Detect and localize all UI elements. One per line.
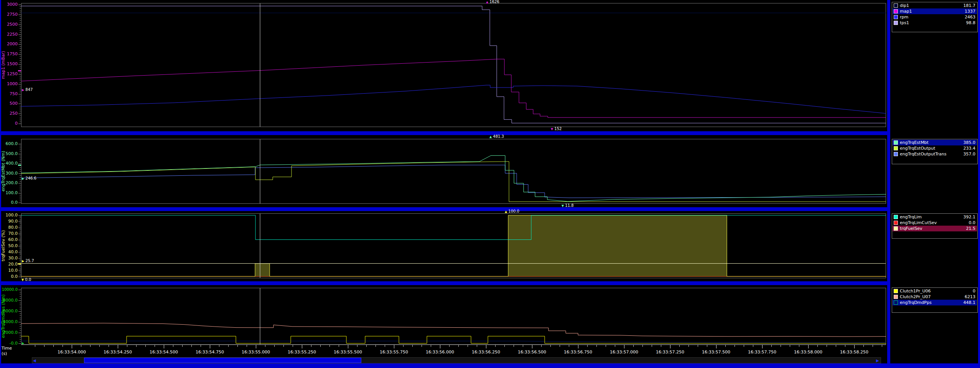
signal-row-trqFuelSev[interactable]: trqFuelSev21.5 (893, 226, 977, 231)
signal-name: Clutch1Pr_U06 (900, 289, 931, 294)
signal-name: tps1 (900, 20, 909, 25)
time-tick-label: 16:33:55.000 (233, 350, 279, 355)
signal-color-swatch (894, 221, 898, 225)
time-minor-tick (698, 345, 698, 347)
engTrqEstMbt-plot-area[interactable] (21, 139, 886, 204)
map1-plot-area[interactable] (21, 3, 886, 127)
signal-row-engTrqDmdPps[interactable]: engTrqDmdPps448.1 (893, 300, 977, 305)
rpm-trace (21, 85, 886, 114)
time-minor-tick (35, 345, 35, 347)
time-minor-tick (109, 345, 109, 347)
y-major-tick (18, 258, 21, 259)
time-minor-tick (431, 345, 431, 347)
marker-value: 1626 (488, 0, 499, 4)
y-major-tick (18, 333, 21, 333)
signal-row-engTrqLimCutSev[interactable]: engTrqLimCutSev0.0 (893, 220, 977, 226)
y-major-tick (18, 25, 21, 25)
signal-row-Clutch1Pr_U06[interactable]: Clutch1Pr_U060 (893, 288, 977, 294)
y-major-tick (18, 221, 21, 222)
engTrqEstMbt-min-marker[interactable]: ▼ 11.8 (562, 204, 574, 208)
tps1-trace (21, 6, 886, 123)
window-bottom-border (0, 363, 980, 368)
trqFuelSev-min-marker[interactable]: ▼ 0.0 (21, 278, 31, 282)
y-tick-label: 200.0 (0, 181, 18, 185)
signal-row-engTrqEstOutput[interactable]: engTrqEstOutput233.4 (893, 145, 977, 151)
time-minor-tick (735, 345, 735, 347)
signal-name: Clutch2Pr_U07 (900, 294, 931, 299)
scrollbar-left-arrow-icon[interactable]: ◀ (33, 358, 36, 363)
trqFuelSev-plot-area[interactable] (21, 213, 886, 278)
time-minor-tick (550, 345, 551, 347)
engTrqDmdPps-trace (21, 341, 886, 343)
engTrqDmdPps-plot-area[interactable] (21, 288, 886, 345)
map1-min-marker[interactable]: ▼ 152 (551, 127, 562, 131)
time-tick-label: 16:33:56.250 (463, 350, 509, 355)
signal-row-tps1[interactable]: tps198.8 (893, 20, 977, 26)
y-major-tick (18, 215, 21, 216)
trqFuelSev-max-marker[interactable]: ▲ 100.0 (505, 210, 519, 213)
signal-color-swatch (894, 226, 898, 231)
y-major-tick (18, 64, 21, 64)
y-major-tick (18, 44, 21, 45)
signal-row-engTrqEstMbt[interactable]: engTrqEstMbt385.0 (893, 140, 977, 145)
map1-max-marker[interactable]: ▲ 1626 (486, 0, 499, 4)
time-minor-tick (320, 345, 321, 347)
signal-row-engTrqEstOutputTrans[interactable]: engTrqEstOutputTrans357.0 (893, 151, 977, 157)
signal-color-swatch (894, 140, 898, 145)
map1-level-marker[interactable]: ▶ 847 (22, 88, 33, 92)
signal-name: engTrqLimCutSev (900, 220, 937, 225)
time-minor-tick (237, 345, 238, 347)
time-minor-tick (191, 345, 192, 347)
scrollbar-right-arrow-icon[interactable]: ▶ (876, 358, 879, 363)
signal-row-engTrqLim[interactable]: engTrqLim392.1 (893, 214, 977, 220)
plot-border (21, 214, 886, 278)
time-minor-tick (449, 345, 450, 347)
time-minor-tick (376, 345, 376, 347)
time-minor-tick (99, 345, 100, 347)
trqFuelSev-value-tick (18, 263, 21, 264)
time-minor-tick (329, 345, 330, 347)
time-major-tick (532, 345, 532, 348)
time-minor-tick (247, 345, 247, 347)
y-tick-label: 8000.0 (0, 298, 18, 303)
y-major-tick (18, 322, 21, 322)
signal-color-swatch (894, 9, 898, 13)
signal-name: engTrqEstOutputTrans (900, 152, 946, 157)
signal-name: engTrqDmdPps (900, 300, 932, 305)
time-minor-tick (642, 345, 643, 347)
engTrqEstMbt-max-marker[interactable]: ▲ 481.3 (489, 135, 504, 139)
y-major-tick (18, 234, 21, 234)
time-minor-tick (293, 345, 293, 347)
y-tick-label: 500 (0, 101, 18, 106)
signal-name: engTrqEstMbt (900, 140, 929, 145)
signal-cursor-value: 6213 (965, 294, 975, 299)
y-tick-label: 10000.0 (0, 287, 18, 292)
time-tick-label: 16:33:57.000 (601, 350, 647, 355)
signal-row-rpm[interactable]: rpm2463 (893, 14, 977, 20)
trqFuelSev-level-marker[interactable]: ▶ 25.7 (22, 259, 34, 263)
y-tick-label: 80.0 (0, 225, 18, 230)
time-minor-tick (753, 345, 753, 347)
time-minor-tick (311, 345, 311, 347)
signal-color-swatch (894, 21, 898, 25)
y-major-tick (18, 84, 21, 84)
time-minor-tick (514, 345, 514, 347)
signal-row-dip1[interactable]: dip1181.7 (893, 3, 977, 8)
time-minor-tick (495, 345, 496, 347)
marker-value: 0.0 (24, 277, 31, 282)
scrollbar-thumb[interactable] (84, 358, 361, 363)
trqFuelSev-fill (21, 215, 886, 277)
time-minor-tick (799, 345, 799, 347)
signal-cursor-value: 0 (973, 289, 975, 294)
y-major-tick (18, 154, 21, 154)
y-major-tick (18, 228, 21, 228)
signal-row-map1[interactable]: map11337 (893, 8, 977, 14)
time-minor-tick (863, 345, 864, 347)
signal-row-Clutch2Pr_U07[interactable]: Clutch2Pr_U076213 (893, 294, 977, 300)
time-minor-tick (458, 345, 459, 347)
engTrqEstMbt-level-marker[interactable]: ▶ 246.6 (22, 177, 36, 180)
level-marker-value: 25.7 (24, 259, 34, 263)
y-major-tick (18, 343, 21, 344)
y-major-tick (18, 183, 21, 183)
time-minor-tick (688, 345, 689, 347)
